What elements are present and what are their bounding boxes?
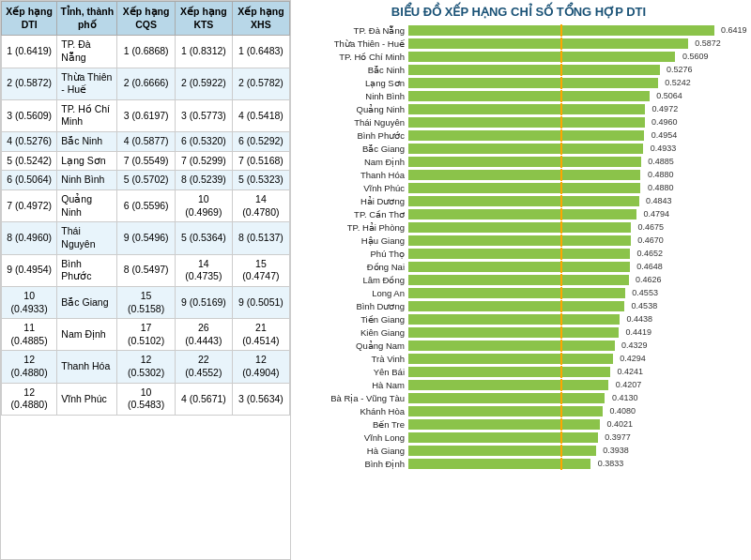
bar-track: 0.4438 — [408, 314, 742, 325]
bar-label: Quảng Nam — [296, 341, 408, 351]
table-cell: Lạng Sơn — [57, 151, 117, 171]
bar-row: Thừa Thiên - Huế0.5872 — [296, 38, 742, 50]
bar-value-label: 0.4843 — [646, 196, 672, 205]
bar-row: Trà Vinh0.4294 — [296, 353, 742, 365]
col-header-xhs: Xếp hạng XHS — [232, 2, 289, 36]
bar-marker — [560, 90, 562, 102]
table-row: 10 (0.4933)Bắc Giang15 (0.5158)9 (0.5169… — [2, 286, 290, 318]
table-cell: 6 (0.5064) — [2, 171, 57, 190]
table-cell: Nam Định — [57, 319, 117, 351]
table-cell: 8 (0.5239) — [175, 171, 232, 190]
bar-marker — [560, 379, 562, 391]
bar-row: Bến Tre0.4021 — [296, 418, 742, 431]
table-cell: 10 (0.4933) — [2, 286, 57, 318]
bar-row: Khánh Hòa0.4080 — [296, 405, 742, 417]
ranking-table: Xếp hạng DTI Tỉnh, thành phố Xếp hạng CQ… — [0, 0, 291, 560]
bar-row: Hà Nam0.4207 — [296, 379, 742, 391]
bar-marker — [560, 326, 562, 339]
bar-fill: 0.4626 — [408, 275, 629, 285]
col-header-kts: Xếp hạng KTS — [175, 2, 232, 36]
bar-value-label: 0.4675 — [638, 222, 665, 232]
table-cell: TP. Đà Nẵng — [57, 36, 117, 68]
bar-label: Bắc Ninh — [296, 65, 408, 75]
bar-row: Bà Rịa - Vũng Tàu0.4130 — [296, 392, 742, 404]
bar-value-label: 0.4933 — [651, 144, 677, 153]
bar-label: Hải Dương — [296, 196, 408, 206]
bar-marker — [560, 445, 562, 457]
bar-row: Phú Thọ0.4652 — [296, 248, 742, 260]
table-cell: Ninh Bình — [57, 171, 117, 190]
bar-value-label: 0.5064 — [656, 91, 682, 100]
table-cell: 9 (0.5496) — [117, 222, 176, 254]
bar-track: 0.4553 — [408, 288, 742, 298]
col-header-cqs: Xếp hạng CQS — [117, 2, 176, 36]
bar-track: 0.5242 — [408, 78, 742, 88]
bar-label: Bắc Giang — [296, 144, 408, 154]
bar-marker — [560, 103, 562, 115]
bar-marker — [560, 77, 562, 89]
bar-label: TP. Đà Nẵng — [296, 25, 408, 36]
table-cell: Bắc Giang — [57, 286, 117, 318]
bar-marker — [560, 195, 562, 207]
table-cell: Bình Phước — [57, 254, 117, 286]
table-cell: 7 (0.5168) — [232, 151, 289, 171]
bar-row: Quảng Ninh0.4972 — [296, 103, 742, 115]
table-cell: 8 (0.5497) — [117, 254, 176, 286]
bar-row: Hải Dương0.4843 — [296, 195, 742, 207]
bar-row: Bình Định0.3833 — [296, 458, 742, 470]
bar-marker — [560, 38, 562, 50]
bar-label: Hà Giang — [296, 446, 408, 456]
bar-value-label: 0.4538 — [632, 301, 658, 310]
table-cell: 3 (0.6197) — [117, 99, 176, 131]
bar-track: 0.3833 — [408, 459, 742, 469]
bar-fill: 0.4972 — [408, 104, 645, 114]
bar-track: 0.4954 — [408, 130, 742, 141]
bar-label: Thanh Hóa — [296, 170, 408, 180]
bar-track: 0.4021 — [408, 419, 742, 430]
bar-row: Bắc Giang0.4933 — [296, 143, 742, 155]
bar-fill: 0.5872 — [408, 38, 688, 49]
bar-value-label: 0.4880 — [648, 170, 674, 179]
bar-fill: 0.4553 — [408, 288, 625, 298]
table-row: 6 (0.5064)Ninh Bình5 (0.5702)8 (0.5239)5… — [2, 171, 290, 190]
bar-row: Lạng Sơn0.5242 — [296, 77, 742, 89]
bar-value-label: 0.3833 — [598, 459, 624, 468]
table-cell: TP. Hồ Chí Minh — [57, 99, 117, 131]
table-cell: 12 (0.5302) — [117, 351, 176, 383]
bar-row: Đồng Nai0.4648 — [296, 261, 742, 273]
table-cell: 1 (0.8312) — [175, 36, 232, 68]
bar-fill: 0.4843 — [408, 196, 639, 206]
bar-marker — [560, 143, 562, 155]
table-cell: 12 (0.4880) — [2, 383, 57, 415]
table-cell: 12 (0.4904) — [232, 351, 289, 383]
table-cell: 14 (0.4735) — [175, 254, 232, 286]
bar-fill: 0.5276 — [408, 65, 660, 75]
bar-track: 0.5276 — [408, 65, 742, 75]
bar-label: Kiên Giang — [296, 327, 408, 338]
bar-marker — [560, 431, 562, 444]
bar-value-label: 0.4207 — [616, 380, 642, 389]
bar-fill: 0.4960 — [408, 117, 645, 128]
bar-value-label: 0.4080 — [609, 406, 636, 416]
table-cell: 5 (0.5323) — [232, 171, 289, 190]
table-row: 1 (0.6419)TP. Đà Nẵng1 (0.6868)1 (0.8312… — [2, 36, 290, 68]
bar-value-label: 0.5872 — [695, 38, 721, 48]
table-cell: 12 (0.4880) — [2, 351, 57, 383]
bar-value-label: 0.4880 — [648, 183, 674, 192]
bar-fill: 0.4880 — [408, 170, 640, 180]
table-cell: 7 (0.4972) — [2, 190, 57, 222]
bar-value-label: 0.4652 — [636, 249, 663, 258]
table-cell: 14 (0.4780) — [232, 190, 289, 222]
bar-label: Thái Nguyên — [296, 117, 408, 128]
bar-value-label: 0.4294 — [620, 354, 646, 363]
table-cell: 7 (0.5549) — [117, 151, 176, 171]
table-row: 8 (0.4960)Thái Nguyên9 (0.5496)5 (0.5364… — [2, 222, 290, 254]
table-cell: 26 (0.4443) — [175, 319, 232, 351]
bar-marker — [560, 300, 562, 312]
bar-value-label: 0.3977 — [605, 432, 631, 442]
table-cell: 9 (0.5169) — [175, 286, 232, 318]
bar-label: Hậu Giang — [296, 235, 408, 246]
bar-label: Ninh Bình — [296, 91, 408, 101]
table-cell: 2 (0.5782) — [232, 68, 289, 99]
bar-label: Vĩnh Phúc — [296, 183, 408, 193]
